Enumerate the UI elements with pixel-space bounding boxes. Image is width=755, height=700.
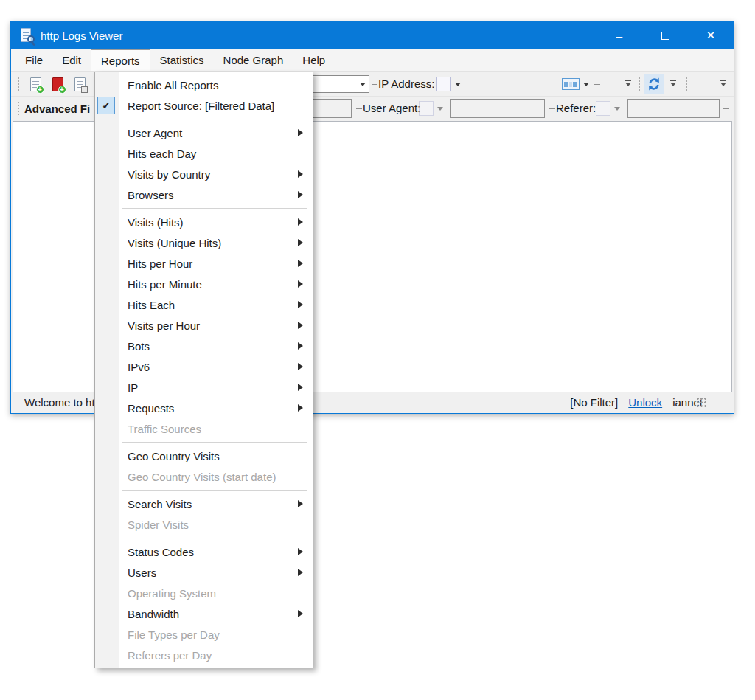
- log-list-icon: [74, 77, 86, 91]
- submenu-arrow-icon: [298, 239, 303, 246]
- menu-item-visits-by-country[interactable]: Visits by Country: [95, 164, 313, 184]
- menu-item-requests[interactable]: Requests: [95, 398, 313, 418]
- menu-item-hits-each[interactable]: Hits Each: [95, 294, 313, 315]
- submenu-arrow-icon: [298, 218, 303, 226]
- menu-item-label: Hits per Hour: [128, 257, 192, 270]
- app-logo-icon: [18, 27, 35, 44]
- menu-item-hits-each-day[interactable]: Hits each Day: [95, 143, 313, 164]
- menu-node-graph[interactable]: Node Graph: [214, 49, 293, 71]
- menu-item-label: Hits each Day: [128, 148, 196, 160]
- refresh-button[interactable]: [644, 74, 664, 94]
- menu-item-enable-all-reports[interactable]: Enable All Reports: [95, 74, 313, 95]
- menu-file[interactable]: File: [15, 49, 52, 71]
- submenu-arrow-icon: [298, 322, 303, 329]
- menu-item-label: Status Codes: [128, 546, 194, 558]
- menu-item-users[interactable]: Users: [95, 562, 313, 583]
- menu-item-file-types-per-day: File Types per Day: [95, 624, 313, 645]
- toolbar-grip[interactable]: [685, 77, 688, 91]
- menu-item-operating-system: Operating System: [95, 583, 313, 603]
- toolbar-overflow-icon[interactable]: [624, 76, 634, 92]
- toolbar-grip[interactable]: [17, 77, 20, 91]
- menu-help[interactable]: Help: [293, 49, 335, 71]
- menu-item-label: Bots: [128, 340, 150, 353]
- toolbar-separator: [356, 108, 362, 109]
- user-agent-input[interactable]: [450, 99, 545, 118]
- toolbar-grip[interactable]: [17, 101, 20, 116]
- menu-item-label: Visits by Country: [128, 168, 210, 181]
- minimize-button[interactable]: –: [596, 21, 642, 49]
- menu-item-label: Operating System: [128, 587, 216, 600]
- menu-item-label: Search Visits: [128, 498, 192, 510]
- menu-item-browsers[interactable]: Browsers: [95, 184, 313, 205]
- submenu-arrow-icon: [298, 610, 303, 617]
- maximize-button[interactable]: [642, 21, 688, 49]
- menu-item-hits-per-minute[interactable]: Hits per Minute: [95, 274, 313, 294]
- menu-item-label: Traffic Sources: [128, 423, 201, 435]
- menu-item-label: Visits per Hour: [128, 319, 200, 332]
- menu-item-label: Users: [128, 566, 156, 579]
- filter-status: [No Filter]: [570, 396, 618, 409]
- reports-menu: Enable All Reports✓Report Source: [Filte…: [94, 72, 313, 668]
- menu-item-geo-country-visits[interactable]: Geo Country Visits: [95, 446, 313, 466]
- title-bar[interactable]: http Logs Viewer – ✕: [11, 21, 734, 49]
- ip-range-icon[interactable]: [562, 78, 580, 90]
- menu-item-geo-country-visits-start-date: Geo Country Visits (start date): [95, 466, 313, 487]
- user-agent-grid-icon[interactable]: [419, 101, 434, 116]
- menu-edit[interactable]: Edit: [52, 49, 91, 71]
- menu-item-search-visits[interactable]: Search Visits: [95, 493, 313, 514]
- menu-item-referers-per-day: Referers per Day: [95, 645, 313, 665]
- menu-statistics[interactable]: Statistics: [150, 49, 214, 71]
- menu-item-label: Browsers: [128, 189, 174, 201]
- menu-item-visits-unique-hits[interactable]: Visits (Unique Hits): [95, 232, 313, 253]
- toolbar-overflow-icon[interactable]: [669, 76, 679, 92]
- ip-address-dropdown-icon[interactable]: [455, 83, 461, 86]
- toolbar-overflow-icon[interactable]: [719, 76, 729, 92]
- add-log-file-button[interactable]: +: [26, 74, 45, 94]
- toolbar-separator: [594, 84, 600, 85]
- menu-item-label: User Agent: [128, 127, 182, 139]
- desktop: http Logs Viewer – ✕ File Edit Reports S…: [0, 0, 755, 700]
- menu-item-label: Geo Country Visits (start date): [128, 471, 276, 483]
- menu-item-user-agent[interactable]: User Agent: [95, 122, 313, 143]
- ip-range-dropdown-icon[interactable]: [583, 83, 589, 86]
- menu-item-hits-per-hour[interactable]: Hits per Hour: [95, 253, 313, 274]
- log-list-button[interactable]: [70, 74, 89, 94]
- submenu-arrow-icon: [298, 342, 303, 350]
- menu-item-ip[interactable]: IP: [95, 377, 313, 398]
- menu-item-label: Enable All Reports: [128, 79, 218, 91]
- submenu-arrow-icon: [298, 191, 303, 198]
- checkmark-icon: ✓: [97, 97, 115, 114]
- menu-item-ipv6[interactable]: IPv6: [95, 356, 313, 377]
- menu-item-label: Requests: [128, 402, 174, 415]
- referer-grid-icon[interactable]: [596, 101, 610, 116]
- menu-item-label: Report Source: [Filtered Data]: [128, 100, 274, 112]
- add-error-log-button[interactable]: +: [48, 74, 67, 94]
- menu-reports[interactable]: Reports: [91, 49, 150, 71]
- menu-item-label: Bandwidth: [128, 608, 179, 620]
- user-agent-dropdown-icon[interactable]: [437, 107, 443, 111]
- menu-item-visits-hits[interactable]: Visits (Hits): [95, 212, 313, 232]
- referer-label: Referer:: [556, 102, 596, 114]
- close-button[interactable]: ✕: [688, 21, 734, 49]
- menu-item-visits-per-hour[interactable]: Visits per Hour: [95, 315, 313, 336]
- menu-item-bandwidth[interactable]: Bandwidth: [95, 603, 313, 624]
- referer-dropdown-icon[interactable]: [614, 107, 620, 111]
- refresh-icon: [647, 77, 661, 91]
- menu-item-report-source-filtered-data[interactable]: ✓Report Source: [Filtered Data]: [95, 95, 313, 116]
- toolbar-grip[interactable]: [638, 77, 641, 91]
- add-error-log-icon: +: [52, 77, 63, 91]
- submenu-arrow-icon: [298, 548, 303, 555]
- ip-address-grid-icon[interactable]: [436, 77, 451, 91]
- resize-grip-icon[interactable]: [697, 398, 707, 408]
- ip-address-label: IP Address:: [378, 77, 434, 90]
- menu-item-bots[interactable]: Bots: [95, 336, 313, 356]
- filter-dropdown-icon[interactable]: [360, 83, 366, 86]
- menu-item-label: Hits Each: [128, 299, 175, 311]
- menu-separator: [95, 205, 313, 212]
- status-message: Welcome to ht: [13, 396, 95, 409]
- referer-input[interactable]: [627, 99, 720, 118]
- advanced-filter-label: Advanced Fi: [24, 103, 90, 115]
- unlock-link[interactable]: Unlock: [628, 396, 662, 409]
- menu-item-status-codes[interactable]: Status Codes: [95, 541, 313, 562]
- add-log-file-icon: +: [30, 77, 41, 91]
